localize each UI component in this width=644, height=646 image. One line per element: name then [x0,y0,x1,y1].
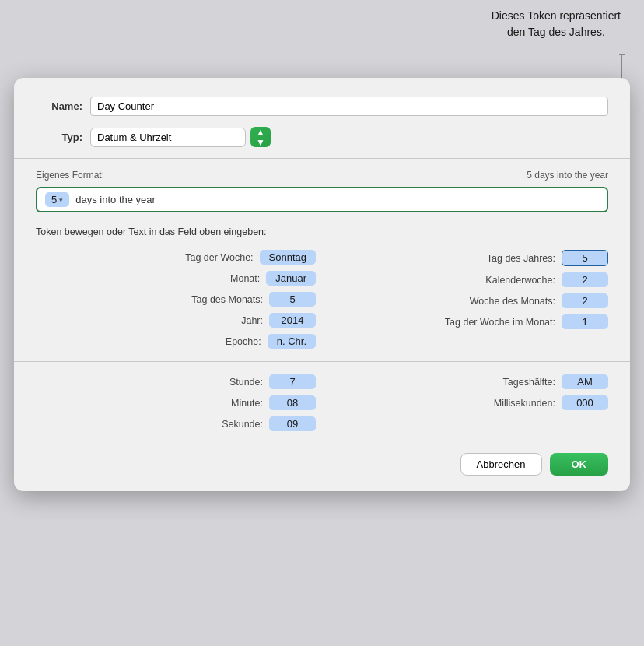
stepper-arrows-icon: ▲ ▼ [256,128,265,147]
label-tag-der-woche: Tag der Woche: [185,252,253,263]
token-woche-monats-val[interactable]: 2 [562,293,608,308]
token-value: 5 [51,194,57,205]
label-tageshaelfte: Tageshälfte: [503,377,555,388]
token-row-epoche: Epoche: n. Chr. [36,334,316,349]
token-tag-jahres-val[interactable]: 5 [562,250,608,266]
token-row-jahr: Jahr: 2014 [36,313,316,328]
eigenes-format-preview: 5 days into the year [527,170,608,181]
token-row-minute: Minute: 08 [36,395,316,410]
typ-select-wrapper: Datum & Uhrzeit ▲ ▼ [90,127,271,147]
label-tag-des-jahres: Tag des Jahres: [487,253,555,264]
token-januar[interactable]: Januar [266,271,316,286]
tokens-right-col: Tag des Jahres: 5 Kalenderwoche: 2 Woche… [328,250,608,349]
cancel-button[interactable]: Abbrechen [460,453,542,476]
name-label: Name: [36,100,82,112]
label-epoche: Epoche: [226,336,261,347]
label-monat: Monat: [230,273,260,284]
dialog-footer: Abbrechen OK [36,450,608,476]
token-epoche-val[interactable]: n. Chr. [268,334,316,349]
token-tag-monats-val[interactable]: 5 [269,292,316,307]
tooltip: Dieses Token repräsentiert den Tag des J… [492,8,621,40]
typ-stepper[interactable]: ▲ ▼ [250,127,271,147]
token-chevron-icon: ▾ [59,196,63,204]
time-left-col: Stunde: 7 Minute: 08 Sekunde: 09 [36,374,316,431]
label-kalenderwoche: Kalenderwoche: [485,275,555,286]
token-row-sekunde: Sekunde: 09 [36,416,316,431]
label-tag-woche-im-monat: Tag der Woche im Monat: [445,317,555,328]
token-row-millisekunden: Millisekunden: 000 [328,395,608,410]
token-minute-val[interactable]: 08 [269,395,316,410]
eigenes-format-row: Eigenes Format: 5 days into the year [36,170,608,181]
token-row-tag-des-monats: Tag des Monats: 5 [36,292,316,307]
token-sonntag[interactable]: Sonntag [260,250,316,265]
token-row-kalenderwoche: Kalenderwoche: 2 [328,272,608,287]
token-row-tageshaelfte: Tageshälfte: AM [328,374,608,389]
label-stunde: Stunde: [229,377,263,388]
token-stunde-val[interactable]: 7 [269,374,316,389]
typ-label: Typ: [36,132,82,143]
token-row-woche-des-monats: Woche des Monats: 2 [328,293,608,308]
token-millisekunden-val[interactable]: 000 [562,395,608,410]
dialog: Name: Typ: Datum & Uhrzeit ▲ ▼ Eigene [14,78,630,491]
tokens-left-col: Tag der Woche: Sonntag Monat: Januar Tag… [36,250,316,349]
token-row-tag-woche-im-monat: Tag der Woche im Monat: 1 [328,314,608,329]
token-tag-woche-monat-val[interactable]: 1 [562,314,608,329]
divider-1 [14,158,630,159]
typ-select[interactable]: Datum & Uhrzeit [90,128,246,147]
eigenes-format-label: Eigenes Format: [36,170,104,181]
name-row: Name: [36,97,608,116]
token-row-stunde: Stunde: 7 [36,374,316,389]
name-input[interactable] [90,97,608,116]
label-jahr: Jahr: [241,315,263,326]
tooltip-line1: Dieses Token repräsentiert [492,9,621,22]
label-sekunde: Sekunde: [222,419,263,430]
day-of-year-token[interactable]: 5 ▾ [45,192,69,207]
tooltip-line2: den Tag des Jahres. [507,26,605,38]
ok-button[interactable]: OK [550,453,609,476]
label-minute: Minute: [231,398,263,409]
time-grid: Stunde: 7 Minute: 08 Sekunde: 09 Tageshä… [36,374,608,431]
format-suffix-text: days into the year [75,194,156,205]
section-divider [14,361,630,362]
token-row-tag-des-jahres: Tag des Jahres: 5 [328,250,608,266]
token-sekunde-val[interactable]: 09 [269,416,316,431]
label-tag-des-monats: Tag des Monats: [191,294,263,305]
token-row-monat: Monat: Januar [36,271,316,286]
format-field[interactable]: 5 ▾ days into the year [36,187,608,212]
token-instructions: Token bewegen oder Text in das Feld oben… [36,226,608,237]
typ-row: Typ: Datum & Uhrzeit ▲ ▼ [36,127,608,147]
token-tageshaelfte-val[interactable]: AM [562,374,608,389]
token-jahr-val[interactable]: 2014 [269,313,316,328]
label-woche-des-monats: Woche des Monats: [470,296,555,307]
time-right-col: Tageshälfte: AM Millisekunden: 000 [328,374,608,431]
tokens-grid: Tag der Woche: Sonntag Monat: Januar Tag… [36,250,608,349]
token-kalenderwoche-val[interactable]: 2 [562,272,608,287]
label-millisekunden: Millisekunden: [494,398,555,409]
token-row-day-of-week: Tag der Woche: Sonntag [36,250,316,265]
